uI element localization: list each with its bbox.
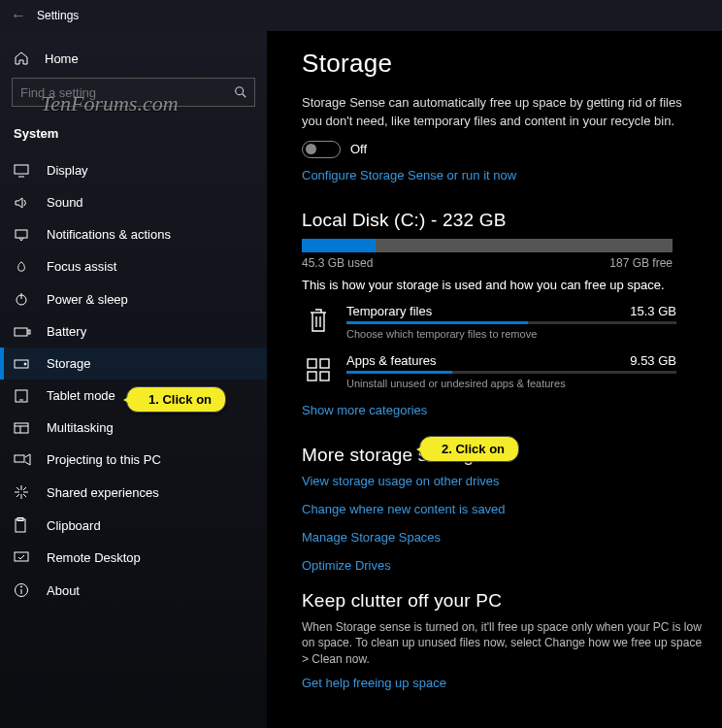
more-link-storage-spaces[interactable]: Manage Storage Spaces (302, 530, 705, 545)
svg-rect-2 (15, 165, 28, 174)
svg-rect-27 (15, 552, 28, 561)
clipboard-icon (14, 517, 31, 533)
multitask-icon (14, 421, 31, 435)
nav-label: Power & sleep (47, 292, 128, 307)
clutter-body: When Storage sense is turned on, it'll f… (302, 619, 705, 668)
home-icon (14, 50, 31, 66)
svg-line-18 (16, 487, 19, 490)
nav-power[interactable]: Power & sleep (0, 282, 267, 315)
more-link-optimize[interactable]: Optimize Drives (302, 558, 705, 573)
nav-label: Battery (47, 324, 86, 339)
nav-label: About (47, 583, 80, 598)
disk-usage-bar (302, 239, 673, 252)
nav-project[interactable]: Projecting to this PC (0, 444, 267, 476)
nav-label: Sound (47, 195, 83, 210)
trash-icon (302, 304, 335, 337)
power-icon (14, 291, 31, 307)
nav-focus[interactable]: Focus assist (0, 250, 267, 282)
remote-icon (14, 551, 31, 565)
nav-multitask[interactable]: Multitasking (0, 412, 267, 444)
notif-icon (14, 228, 31, 242)
svg-rect-33 (308, 359, 316, 368)
svg-rect-35 (308, 372, 316, 381)
category-sub: Choose which temporary files to remove (346, 328, 705, 340)
search-icon (234, 85, 247, 99)
storage-sense-desc: Storage Sense can automatically free up … (302, 94, 690, 131)
svg-rect-7 (15, 328, 27, 336)
nav-about[interactable]: About (0, 574, 267, 607)
home-label: Home (45, 51, 79, 66)
storage-icon (14, 358, 31, 370)
nav-clipboard[interactable]: Clipboard (0, 509, 267, 542)
svg-rect-8 (28, 330, 30, 334)
disk-heading: Local Disk (C:) - 232 GB (302, 210, 705, 231)
sidebar: Home System Display Sound Notifications … (0, 31, 267, 728)
callout-2: 2. Click on (419, 436, 519, 462)
clutter-heading: Keep clutter off your PC (302, 590, 705, 612)
content-pane: Storage Storage Sense can automatically … (267, 31, 722, 728)
section-label: System (0, 116, 267, 150)
nav-label: Projecting to this PC (47, 452, 161, 467)
category-sub: Uninstall unused or undesired apps & fea… (346, 378, 705, 389)
sound-icon (14, 196, 31, 210)
storage-sense-toggle[interactable] (302, 141, 341, 158)
project-icon (14, 453, 31, 467)
nav-display[interactable]: Display (0, 154, 267, 186)
svg-point-30 (20, 586, 21, 587)
toggle-state-label: Off (350, 142, 367, 156)
nav-label: Tablet mode (47, 388, 115, 403)
back-icon[interactable]: ← (0, 7, 37, 24)
focus-icon (14, 260, 31, 274)
configure-sense-link[interactable]: Configure Storage Sense or run it now (302, 168, 705, 182)
nav-sound[interactable]: Sound (0, 186, 267, 218)
more-link-other-drives[interactable]: View storage usage on other drives (302, 474, 705, 488)
svg-point-0 (236, 87, 244, 95)
nav-label: Remote Desktop (47, 550, 141, 565)
nav-label: Clipboard (47, 518, 101, 533)
window-title: Settings (37, 9, 79, 22)
page-title: Storage (302, 49, 705, 79)
shared-icon (14, 484, 31, 500)
disk-explain: This is how your storage is used and how… (302, 278, 705, 292)
more-link-change-save[interactable]: Change where new content is saved (302, 502, 705, 516)
svg-rect-13 (15, 423, 28, 433)
home-nav[interactable]: Home (0, 43, 267, 74)
nav-label: Storage (47, 356, 91, 371)
svg-rect-36 (320, 372, 329, 381)
about-icon (14, 582, 31, 598)
category-size: 15.3 GB (630, 304, 676, 318)
svg-line-23 (23, 494, 26, 497)
nav-storage[interactable]: Storage (0, 347, 267, 380)
titlebar: ← Settings (0, 0, 722, 31)
callout-1: 1. Click on (126, 386, 226, 413)
nav-notifications[interactable]: Notifications & actions (0, 218, 267, 250)
search-input[interactable] (12, 78, 255, 107)
category-temporary-files[interactable]: Temporary files 15.3 GB Choose which tem… (302, 304, 705, 340)
svg-rect-4 (16, 230, 27, 238)
nav-label: Shared experiences (47, 485, 159, 500)
category-size: 9.53 GB (630, 353, 676, 368)
svg-rect-34 (320, 359, 329, 368)
nav-label: Notifications & actions (47, 227, 171, 242)
svg-line-19 (23, 487, 26, 490)
category-apps-features[interactable]: Apps & features 9.53 GB Uninstall unused… (302, 353, 705, 389)
category-name: Apps & features (346, 353, 437, 368)
svg-line-1 (243, 94, 246, 98)
nav-label: Focus assist (47, 259, 116, 274)
nav-battery[interactable]: Battery (0, 315, 267, 347)
nav-shared[interactable]: Shared experiences (0, 476, 267, 509)
show-more-categories-link[interactable]: Show more categories (302, 403, 705, 417)
svg-point-10 (24, 363, 26, 365)
nav-label: Multitasking (47, 420, 114, 435)
svg-line-22 (16, 494, 19, 497)
display-icon (14, 164, 31, 178)
disk-used-label: 45.3 GB used (302, 256, 373, 270)
disk-free-label: 187 GB free (609, 256, 673, 270)
nav-remote[interactable]: Remote Desktop (0, 542, 267, 574)
battery-icon (14, 326, 31, 338)
svg-rect-16 (15, 455, 24, 462)
category-name: Temporary files (346, 304, 432, 318)
clutter-help-link[interactable]: Get help freeing up space (302, 676, 705, 690)
apps-icon (302, 353, 335, 386)
tablet-icon (14, 389, 31, 403)
